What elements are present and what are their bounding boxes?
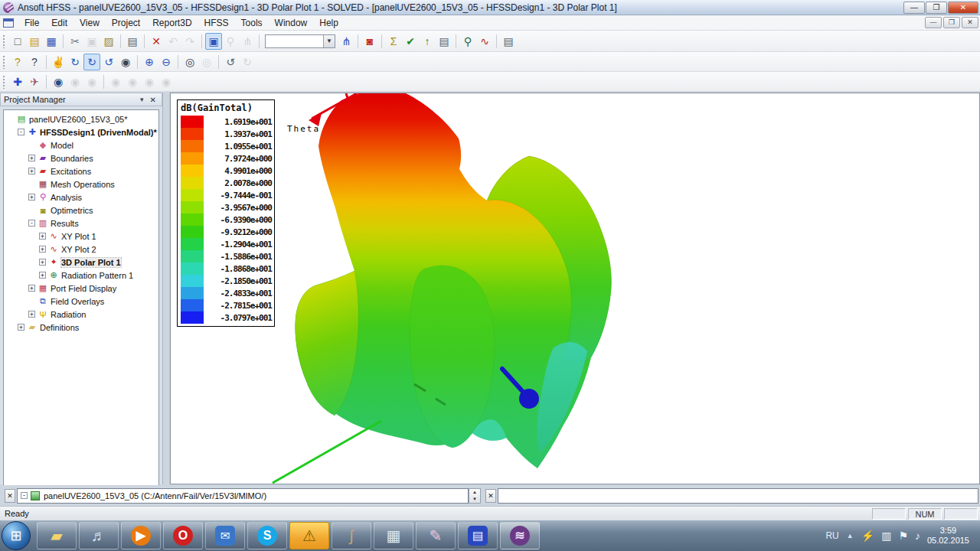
- mdi-restore-button[interactable]: ❐: [943, 17, 960, 28]
- cut-icon[interactable]: ✂: [67, 33, 83, 50]
- project-path-spinner[interactable]: ▲ ▼: [469, 488, 481, 504]
- solution-data-icon[interactable]: ⚲: [459, 33, 476, 50]
- project-path-field[interactable]: - panelUVE2600_15V3_05 (C:/Antenn/Fail/V…: [17, 488, 469, 504]
- taskbar-floppy[interactable]: ▤: [458, 522, 498, 549]
- tree-node-3d-polar-plot-1[interactable]: +✦3D Polar Plot 1: [5, 256, 158, 269]
- menu-file[interactable]: File: [18, 16, 45, 30]
- help-pointer-icon[interactable]: ?: [26, 54, 43, 70]
- open-file-icon[interactable]: ▤: [26, 33, 43, 50]
- tray-expand-icon[interactable]: ▲: [847, 532, 854, 540]
- rotate-center-icon[interactable]: ↻: [83, 54, 100, 70]
- start-button[interactable]: ⊞: [2, 521, 31, 550]
- rotate-model-icon[interactable]: ↻: [67, 54, 83, 70]
- plot-window[interactable]: dB(GainTotal) 1.6919e+0011.3937e+0011.09…: [170, 93, 980, 484]
- tree-node-radiation[interactable]: +ΨRadiation: [5, 308, 158, 321]
- tree-expander-icon[interactable]: +: [39, 259, 46, 266]
- menu-edit[interactable]: Edit: [45, 16, 74, 30]
- tray-network-icon[interactable]: ▥: [881, 530, 891, 542]
- zoom-out-icon[interactable]: ⊖: [158, 54, 175, 70]
- help-context-icon[interactable]: ?: [9, 54, 26, 70]
- message-field[interactable]: [498, 488, 978, 504]
- panel-close-icon[interactable]: ✕: [148, 96, 158, 104]
- tree-node-results[interactable]: -▥Results: [5, 217, 158, 230]
- tree-node-port-field-display[interactable]: +▦Port Field Display: [5, 282, 158, 295]
- taskbar-volume[interactable]: ♬: [79, 522, 119, 549]
- menu-window[interactable]: Window: [269, 16, 314, 30]
- radiation-pattern-3d[interactable]: [171, 93, 980, 485]
- message-panel-close-icon[interactable]: ✕: [485, 489, 496, 503]
- tree-node-paneluve2600-15v3-05[interactable]: ▤panelUVE2600_15V3_05*: [5, 112, 158, 126]
- taskbar-paint[interactable]: ✎: [416, 522, 456, 549]
- tree-expander-icon[interactable]: +: [18, 324, 24, 331]
- new-file-icon[interactable]: □: [9, 33, 26, 50]
- delete-icon[interactable]: ✕: [148, 33, 165, 50]
- tree-node-mesh-operations[interactable]: ▦Mesh Operations: [5, 178, 158, 191]
- validate-model-icon[interactable]: ◙: [361, 33, 378, 50]
- show-visible-icon[interactable]: ◉: [50, 73, 67, 90]
- paste-icon[interactable]: ▨: [100, 33, 117, 50]
- taskbar-ribbon-app[interactable]: ∫: [332, 522, 371, 549]
- taskbar-mail[interactable]: ✉: [205, 522, 245, 549]
- tree-expander-icon[interactable]: +: [28, 194, 35, 201]
- taskbar-opera[interactable]: O: [163, 522, 203, 549]
- taskbar-warning[interactable]: ⚠: [289, 522, 329, 549]
- tray-clock[interactable]: 3:59 05.02.2015: [927, 526, 969, 546]
- restore-button[interactable]: ❐: [926, 2, 947, 14]
- tree-expander-icon[interactable]: +: [39, 272, 46, 279]
- tree-node-xy-plot-2[interactable]: +∿XY Plot 2: [5, 243, 158, 256]
- menu-hfss[interactable]: HFSS: [198, 16, 235, 30]
- project-path-expander[interactable]: -: [21, 492, 28, 499]
- tree-node-hfssdesign1-drivenmodal[interactable]: -✚HFSSDesign1 (DrivenModal)*: [5, 126, 158, 139]
- select-object-icon[interactable]: ▣: [205, 33, 222, 50]
- save-icon[interactable]: ▦: [43, 33, 60, 50]
- tree-node-boundaries[interactable]: +▰Boundaries: [5, 152, 158, 165]
- print-icon[interactable]: ▤: [124, 33, 141, 50]
- project-panel-close-icon[interactable]: ✕: [5, 489, 15, 503]
- hfss-3d-icon[interactable]: ✚: [9, 73, 26, 90]
- pan-icon[interactable]: ✌: [50, 54, 67, 70]
- tray-language-indicator[interactable]: RU: [825, 530, 838, 541]
- taskbar-ansoft[interactable]: ≋: [500, 522, 540, 549]
- tray-power-icon[interactable]: ⚡: [861, 530, 874, 542]
- mdi-close-button[interactable]: ✕: [962, 17, 978, 28]
- view-undo-icon[interactable]: ↺: [222, 54, 239, 70]
- menu-view[interactable]: View: [74, 16, 106, 30]
- rotate-axis-icon[interactable]: ↺: [100, 54, 117, 70]
- analysis-setup-icon[interactable]: Σ: [385, 33, 402, 50]
- validation-check-icon[interactable]: ✔: [402, 33, 419, 50]
- tree-node-analysis[interactable]: +⚲Analysis: [5, 191, 158, 204]
- taskbar-calculator[interactable]: ▦: [374, 522, 413, 549]
- combo-dropdown-icon[interactable]: ▼: [323, 35, 335, 47]
- tree-expander-icon[interactable]: -: [18, 129, 24, 135]
- menu-project[interactable]: Project: [106, 16, 146, 30]
- tray-action-center-icon[interactable]: ⚑: [898, 530, 908, 542]
- tree-expander-icon[interactable]: -: [28, 220, 35, 227]
- fit-all-icon[interactable]: ◎: [181, 54, 198, 70]
- menu-report3d[interactable]: Report3D: [146, 16, 198, 30]
- material-combo[interactable]: ▼: [265, 34, 335, 48]
- report-template-icon[interactable]: ▤: [500, 33, 517, 50]
- mdi-document-icon[interactable]: [3, 18, 14, 28]
- tree-expander-icon[interactable]: +: [39, 246, 46, 253]
- close-button[interactable]: ✕: [948, 2, 978, 14]
- tree-node-model[interactable]: ◆Model: [5, 139, 158, 152]
- menu-tools[interactable]: Tools: [235, 16, 269, 30]
- taskbar-skype[interactable]: S: [247, 522, 287, 549]
- antenna-kit-icon[interactable]: ✈: [26, 73, 43, 90]
- tree-node-radiation-pattern-1[interactable]: +⊕Radiation Pattern 1: [5, 269, 158, 282]
- taskbar-media-player[interactable]: ▶: [121, 522, 161, 549]
- minimize-button[interactable]: —: [903, 2, 925, 14]
- tree-expander-icon[interactable]: +: [28, 155, 35, 161]
- tray-volume-icon[interactable]: ♪: [915, 530, 920, 542]
- dynamic-zoom-icon[interactable]: ◉: [117, 54, 134, 70]
- tree-expander-icon[interactable]: +: [28, 168, 35, 174]
- tree-expander-icon[interactable]: +: [39, 233, 46, 240]
- zoom-in-icon[interactable]: ⊕: [141, 54, 158, 70]
- tree-node-excitations[interactable]: +▰Excitations: [5, 165, 158, 178]
- tree-expander-icon[interactable]: +: [28, 285, 35, 292]
- create-report-icon[interactable]: ∿: [476, 33, 493, 50]
- tree-node-field-overlays[interactable]: ⧉Field Overlays: [5, 295, 158, 308]
- menu-help[interactable]: Help: [313, 16, 345, 30]
- tree-expander-icon[interactable]: +: [28, 311, 35, 318]
- panel-dropdown-icon[interactable]: ▾: [138, 96, 146, 103]
